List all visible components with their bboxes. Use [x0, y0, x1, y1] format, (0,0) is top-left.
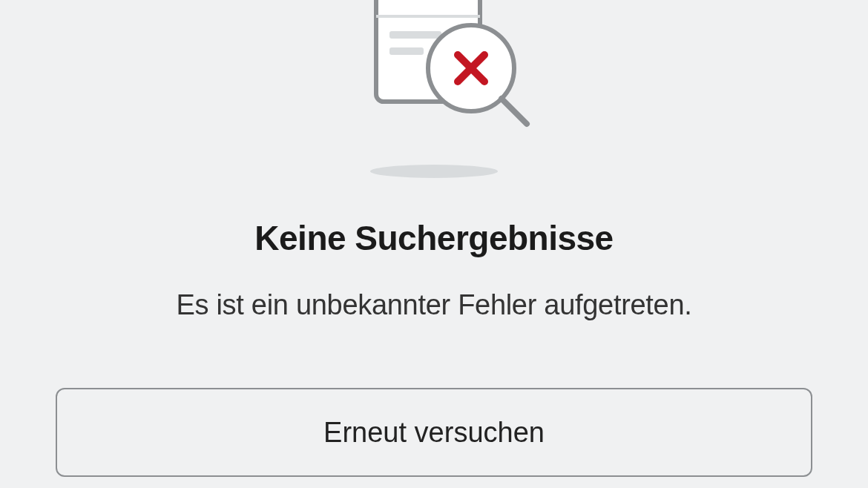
error-heading: Keine Suchergebnisse: [254, 218, 613, 258]
no-results-illustration: [338, 0, 530, 178]
svg-line-7: [502, 99, 527, 124]
document-magnifier-x-icon: [338, 0, 530, 178]
illustration-shadow: [370, 165, 498, 178]
error-subtext: Es ist ein unbekannter Fehler aufgetrete…: [176, 289, 691, 321]
retry-button[interactable]: Erneut versuchen: [56, 388, 812, 477]
retry-button-label: Erneut versuchen: [323, 417, 545, 449]
svg-rect-5: [389, 47, 424, 55]
svg-rect-4: [389, 31, 441, 39]
